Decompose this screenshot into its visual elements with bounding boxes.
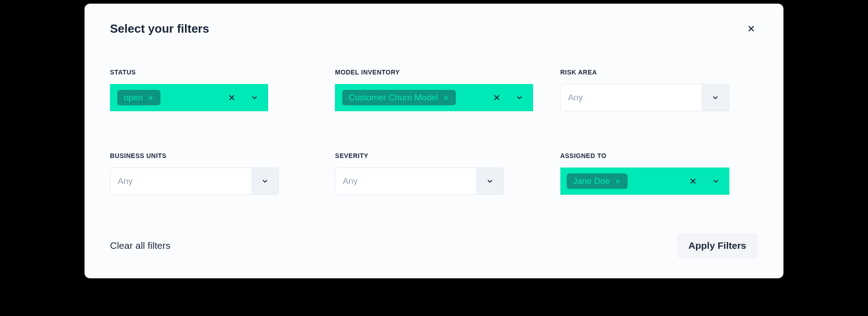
filter-status: STATUS open	[110, 69, 308, 111]
severity-select[interactable]: Any	[335, 168, 504, 195]
close-icon	[227, 93, 236, 102]
chevron-down-icon	[712, 177, 720, 185]
filter-label-assigned-to: ASSIGNED TO	[560, 152, 758, 159]
model-inventory-select[interactable]: Customer Churn Model	[335, 84, 533, 111]
apply-filters-button[interactable]: Apply Filters	[677, 233, 758, 258]
business-units-select-content: Any	[110, 176, 251, 186]
clear-all-button[interactable]: Clear all filters	[110, 240, 170, 251]
assigned-to-chip-remove[interactable]	[614, 178, 621, 185]
close-icon	[492, 93, 501, 102]
business-units-dropdown-toggle[interactable]	[251, 168, 279, 194]
filter-label-status: STATUS	[110, 69, 308, 76]
model-inventory-select-content: Customer Churn Model	[335, 90, 487, 105]
filter-assigned-to: ASSIGNED TO Jane Doe	[560, 152, 758, 195]
filter-risk-area: RISK AREA Any	[560, 69, 758, 111]
close-button[interactable]	[744, 22, 758, 35]
risk-area-select[interactable]: Any	[560, 84, 729, 111]
chevron-down-icon	[250, 94, 259, 102]
filter-label-model-inventory: MODEL INVENTORY	[335, 69, 533, 76]
filter-severity: SEVERITY Any	[335, 152, 533, 195]
business-units-placeholder: Any	[118, 176, 133, 186]
filter-label-business-units: BUSINESS UNITS	[110, 152, 308, 159]
assigned-to-chip-text: Jane Doe	[573, 176, 610, 186]
assigned-to-right-controls	[684, 168, 729, 195]
status-select-content: open	[110, 90, 223, 105]
close-icon	[147, 94, 154, 101]
model-inventory-chip-remove[interactable]	[443, 94, 449, 101]
business-units-select[interactable]: Any	[110, 168, 279, 195]
chevron-down-icon	[515, 94, 524, 102]
status-right-controls	[223, 84, 268, 111]
filter-label-severity: SEVERITY	[335, 152, 533, 159]
model-inventory-chip: Customer Churn Model	[342, 90, 455, 105]
risk-area-dropdown-toggle[interactable]	[702, 84, 729, 111]
assigned-to-dropdown-toggle[interactable]	[702, 168, 729, 195]
status-chip-remove[interactable]	[147, 94, 154, 101]
filter-business-units: BUSINESS UNITS Any	[110, 152, 308, 195]
chevron-down-icon	[486, 177, 494, 185]
severity-placeholder: Any	[343, 176, 358, 186]
filter-modal: Select your filters STATUS open	[85, 4, 783, 278]
assigned-to-select-content: Jane Doe	[560, 173, 684, 189]
model-inventory-dropdown-toggle[interactable]	[506, 84, 533, 111]
model-inventory-chip-text: Customer Churn Model	[349, 93, 438, 103]
chevron-down-icon	[711, 94, 719, 102]
severity-dropdown-toggle[interactable]	[476, 168, 504, 194]
model-inventory-right-controls	[488, 84, 533, 111]
filter-model-inventory: MODEL INVENTORY Customer Churn Model	[335, 69, 533, 111]
severity-select-content: Any	[335, 176, 476, 186]
status-select[interactable]: open	[110, 84, 268, 111]
risk-area-select-content: Any	[561, 93, 702, 103]
modal-title: Select your filters	[110, 22, 209, 36]
filter-grid: STATUS open	[110, 69, 758, 195]
assigned-to-clear[interactable]	[684, 177, 702, 186]
assigned-to-select[interactable]: Jane Doe	[560, 168, 729, 195]
close-icon	[614, 178, 621, 185]
close-icon	[443, 94, 449, 101]
assigned-to-chip: Jane Doe	[567, 173, 628, 189]
close-icon	[688, 177, 698, 186]
status-dropdown-toggle[interactable]	[241, 84, 268, 111]
modal-header: Select your filters	[110, 22, 758, 36]
filter-label-risk-area: RISK AREA	[560, 69, 758, 76]
modal-footer: Clear all filters Apply Filters	[110, 233, 758, 258]
risk-area-placeholder: Any	[568, 93, 583, 103]
close-icon	[746, 24, 756, 34]
status-clear[interactable]	[223, 93, 241, 102]
chevron-down-icon	[261, 177, 269, 185]
status-chip: open	[117, 90, 160, 105]
status-chip-text: open	[124, 93, 143, 103]
model-inventory-clear[interactable]	[488, 93, 506, 102]
